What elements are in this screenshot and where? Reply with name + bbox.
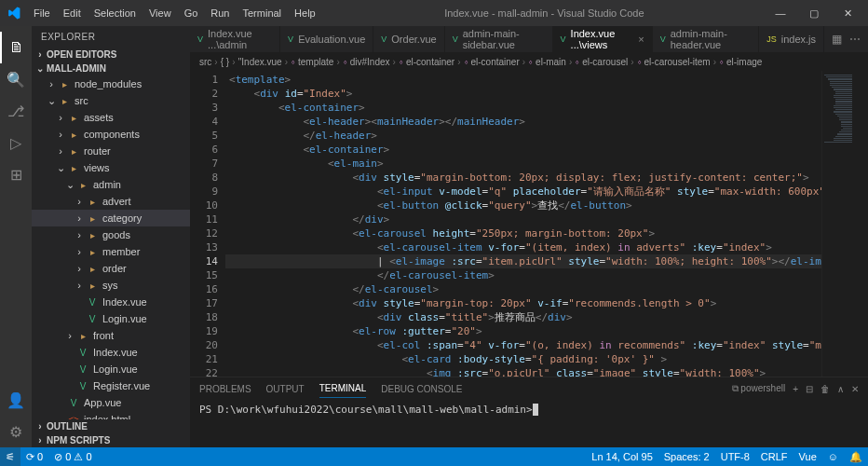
panel-tab-problems[interactable]: PROBLEMS <box>199 380 251 398</box>
code-line[interactable]: <div id="Index"> <box>225 87 821 101</box>
settings-gear-icon[interactable]: ⚙ <box>0 416 32 447</box>
encoding[interactable]: UTF-8 <box>715 447 755 466</box>
problems-status[interactable]: ⊘ 0 ⚠ 0 <box>48 447 97 466</box>
panel-tab-output[interactable]: OUTPUT <box>266 380 305 398</box>
code-line[interactable]: <el-col :span="4" v-for="(o, index) in r… <box>225 338 821 352</box>
code-line[interactable]: <template> <box>225 73 821 87</box>
new-terminal-icon[interactable]: + <box>793 384 798 394</box>
code-line[interactable]: <el-row :gutter="20"> <box>225 324 821 338</box>
tree-item-app-vue[interactable]: VApp.vue <box>32 394 190 411</box>
close-panel-icon[interactable]: ✕ <box>851 384 859 394</box>
notifications-icon[interactable]: 🔔 <box>844 447 868 466</box>
split-terminal-icon[interactable]: ⊟ <box>806 384 813 394</box>
menu-edit[interactable]: Edit <box>58 4 87 22</box>
breadcrumb-item[interactable]: el-main <box>536 57 566 67</box>
code-editor[interactable]: 1234567891011121314151617181920212223242… <box>190 71 868 377</box>
remote-button[interactable]: ⚟ <box>0 447 20 466</box>
code-line[interactable]: <el-container> <box>225 101 821 115</box>
menu-run[interactable]: Run <box>205 4 235 22</box>
menu-help[interactable]: Help <box>289 4 321 22</box>
tree-item-advert[interactable]: ›▸advert <box>32 193 190 210</box>
tab-evaluation-vue[interactable]: VEvaluation.vue <box>280 26 373 52</box>
cursor-position[interactable]: Ln 14, Col 95 <box>586 447 658 466</box>
menu-selection[interactable]: Selection <box>88 4 142 22</box>
breadcrumb-item[interactable]: el-carousel-item <box>644 57 711 67</box>
split-editor-icon[interactable]: ▦ <box>832 33 842 46</box>
project-section[interactable]: ⌄MALL-ADMIN <box>32 62 190 75</box>
account-icon[interactable]: 👤 <box>0 384 32 416</box>
breadcrumb-item[interactable]: div#Index <box>350 57 390 67</box>
tab-index-js[interactable]: JSindex.js <box>759 26 824 52</box>
tree-item-goods[interactable]: ›▸goods <box>32 226 190 243</box>
explorer-icon[interactable]: 🗎 <box>0 32 32 63</box>
sync-status[interactable]: ⟳ 0 <box>20 447 48 466</box>
code-line[interactable]: </el-carousel> <box>225 282 821 296</box>
maximize-button[interactable]: ▢ <box>801 7 827 20</box>
tree-item-router[interactable]: ›▸router <box>32 143 190 159</box>
minimap[interactable] <box>821 71 868 377</box>
tree-item-node-modules[interactable]: ›▸node_modules <box>32 75 190 92</box>
extensions-icon[interactable]: ⊞ <box>0 158 32 190</box>
code-line[interactable]: </el-header> <box>225 129 821 143</box>
npm-scripts-section[interactable]: ›NPM SCRIPTS <box>32 433 190 447</box>
code-line[interactable]: <div class="title">推荐商品</div> <box>225 310 821 324</box>
panel-tab-debug-console[interactable]: DEBUG CONSOLE <box>381 380 462 398</box>
code-line[interactable]: <el-main> <box>225 157 821 171</box>
tree-item-src[interactable]: ⌄▸src <box>32 92 190 109</box>
tree-item-order[interactable]: ›▸order <box>32 260 190 277</box>
breadcrumb-item[interactable]: { } <box>221 57 229 67</box>
breadcrumb-item[interactable]: el-container <box>471 57 520 67</box>
kill-terminal-icon[interactable]: 🗑 <box>821 384 830 394</box>
code-line[interactable]: <el-card :body-style="{ padding: '0px' }… <box>225 352 821 366</box>
tab-index-vue-admin[interactable]: VIndex.vue ...\admin <box>190 26 280 52</box>
menu-go[interactable]: Go <box>179 4 204 22</box>
menu-view[interactable]: View <box>143 4 177 22</box>
code-line[interactable]: <el-header><mainHeader></mainHeader> <box>225 115 821 129</box>
tab-admin-main-sidebar-vue[interactable]: Vadmin-main-sidebar.vue <box>445 26 553 52</box>
breadcrumb-item[interactable]: el-container <box>406 57 454 67</box>
eol[interactable]: CRLF <box>755 447 793 466</box>
code-line[interactable]: <img :src="o.picUrl" class="image" style… <box>225 366 821 377</box>
search-icon[interactable]: 🔍 <box>0 63 32 95</box>
breadcrumb-item[interactable]: ''Index.vue <box>238 57 282 67</box>
tree-item-components[interactable]: ›▸components <box>32 126 190 143</box>
code-content[interactable]: <template> <div id="Index"> <el-containe… <box>225 71 821 377</box>
more-icon[interactable]: ⋯ <box>849 33 861 46</box>
feedback-icon[interactable]: ☺ <box>822 447 844 466</box>
tree-item-assets[interactable]: ›▸assets <box>32 109 190 126</box>
menu-terminal[interactable]: Terminal <box>237 4 288 22</box>
breadcrumb-item[interactable]: template <box>298 57 333 67</box>
tab-admin-main-header-vue[interactable]: Vadmin-main-header.vue <box>653 26 760 52</box>
tree-item-index-vue[interactable]: VIndex.vue <box>32 344 190 361</box>
close-icon[interactable]: × <box>638 34 644 45</box>
close-button[interactable]: ✕ <box>834 7 861 20</box>
maximize-panel-icon[interactable]: ∧ <box>837 384 844 394</box>
run-debug-icon[interactable]: ▷ <box>0 127 32 158</box>
code-line[interactable]: <div style="margin-top: 20px" v-if="reco… <box>225 296 821 310</box>
indentation[interactable]: Spaces: 2 <box>658 447 715 466</box>
open-editors-section[interactable]: ›OPEN EDITORS <box>32 48 190 62</box>
breadcrumb-item[interactable]: el-carousel <box>582 57 628 67</box>
panel-tab-terminal[interactable]: TERMINAL <box>319 379 367 398</box>
tree-item-category[interactable]: ›▸category <box>32 210 190 226</box>
tree-item-views[interactable]: ⌄▸views <box>32 159 190 176</box>
source-control-icon[interactable]: ⎇ <box>0 95 32 127</box>
tree-item-front[interactable]: ›▸front <box>32 327 190 344</box>
tree-item-login-vue[interactable]: VLogin.vue <box>32 361 190 377</box>
code-line[interactable]: | <el-image :src="item.picUrl" style="wi… <box>225 254 821 268</box>
outline-section[interactable]: ›OUTLINE <box>32 419 190 433</box>
tree-item-index-vue[interactable]: VIndex.vue <box>32 294 190 310</box>
breadcrumbs[interactable]: src › { } › ''Index.vue ›⬨ template ›⬨ d… <box>190 52 868 71</box>
code-line[interactable]: <el-container> <box>225 143 821 157</box>
minimize-button[interactable]: — <box>767 7 793 20</box>
language-mode[interactable]: Vue <box>793 447 822 466</box>
tab-order-vue[interactable]: VOrder.vue <box>373 26 444 52</box>
breadcrumb-item[interactable]: el-image <box>726 57 762 67</box>
breadcrumb-item[interactable]: src <box>199 57 211 67</box>
code-line[interactable]: </div> <box>225 212 821 226</box>
tree-item-sys[interactable]: ›▸sys <box>32 277 190 294</box>
code-line[interactable]: <el-carousel height="250px; margin-botto… <box>225 226 821 240</box>
code-line[interactable]: <el-carousel-item v-for="(item, index) i… <box>225 240 821 254</box>
tree-item-login-vue[interactable]: VLogin.vue <box>32 310 190 327</box>
tab-index-vue-views[interactable]: VIndex.vue ...\views× <box>553 26 653 52</box>
